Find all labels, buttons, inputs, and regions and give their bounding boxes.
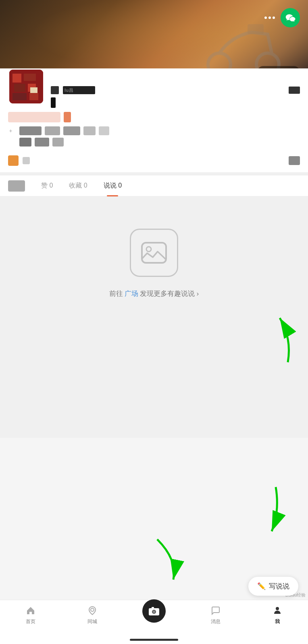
svg-point-13 (152, 611, 155, 613)
pencil-icon: ✏️ (257, 582, 266, 590)
avatar[interactable] (8, 68, 44, 105)
nav-me[interactable]: 我 (246, 605, 308, 625)
nav-nearby-label: 同城 (87, 618, 97, 625)
user-id-row (51, 97, 300, 108)
nearby-icon (87, 605, 98, 616)
empty-state-icon (130, 229, 178, 277)
write-btn-label: 写说说 (269, 582, 289, 591)
home-indicator (130, 639, 178, 641)
wechat-badge (281, 8, 300, 27)
tab-left-icon (8, 180, 25, 192)
nav-me-label: 我 (275, 618, 280, 625)
svg-point-15 (276, 607, 279, 610)
discover-suffix: 发现更多有趣说说 › (140, 289, 199, 298)
camera-nav-button[interactable] (142, 599, 166, 623)
svg-rect-2 (248, 24, 264, 34)
arrow-down-center (145, 535, 185, 584)
write-shuoshuo-button[interactable]: ✏️ 写说说 (248, 577, 298, 596)
message-icon (210, 605, 221, 616)
tabs-bar: 赞 0 收藏 0 说说 0 (0, 175, 308, 196)
svg-rect-14 (152, 607, 154, 609)
profile-section: Iu昌 ＋ (0, 68, 308, 172)
nav-message-label: 消息 (211, 618, 221, 625)
me-icon (272, 605, 283, 616)
nav-home-label: 首页 (26, 618, 35, 625)
orange-badge (8, 155, 19, 166)
svg-point-6 (146, 247, 151, 252)
more-options-icon[interactable] (264, 17, 275, 19)
discover-link[interactable]: 前往 广场 发现更多有趣说说 › (109, 289, 199, 298)
tab-active-indicator (107, 195, 118, 196)
nav-home[interactable]: 首页 (0, 605, 62, 625)
discover-prefix: 前往 (109, 289, 123, 298)
gray-badge (23, 157, 30, 164)
nav-camera[interactable] (123, 605, 185, 623)
svg-point-10 (91, 608, 94, 611)
tab-shuo[interactable]: 说说 0 (96, 175, 130, 196)
tags-area: ＋ (8, 126, 300, 147)
tab-zan[interactable]: 赞 0 (33, 175, 61, 196)
cover-top-bar (264, 8, 300, 27)
nav-message[interactable]: 消息 (185, 605, 246, 625)
home-icon (25, 605, 36, 616)
arrow-up-right (260, 314, 296, 366)
username-row: Iu昌 (51, 86, 300, 94)
bottom-nav: 首页 同城 消息 (0, 600, 308, 644)
edit-button[interactable] (289, 156, 300, 165)
arrow-down-right (256, 483, 288, 535)
profile-bottom-row (0, 151, 308, 166)
discover-highlight: 广场 (125, 289, 138, 298)
tab-collect[interactable]: 收藏 0 (61, 175, 95, 196)
nav-nearby[interactable]: 同城 (62, 605, 123, 625)
highlight-bar (8, 112, 300, 122)
svg-rect-5 (142, 243, 166, 263)
